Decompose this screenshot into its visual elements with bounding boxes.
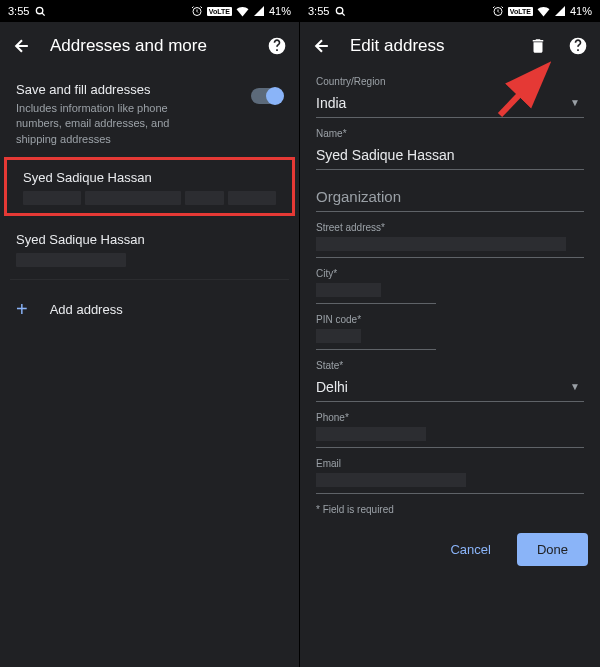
redacted-value bbox=[316, 473, 466, 487]
signal-icon bbox=[554, 5, 566, 17]
country-value: India bbox=[316, 91, 584, 118]
address-detail-redacted bbox=[23, 191, 276, 205]
name-value: Syed Sadique Hassan bbox=[316, 143, 584, 170]
toolbar: Addresses and more bbox=[0, 22, 299, 70]
search-icon bbox=[35, 6, 46, 17]
back-button[interactable] bbox=[310, 34, 334, 58]
done-button[interactable]: Done bbox=[517, 533, 588, 566]
page-title: Addresses and more bbox=[50, 36, 249, 56]
svg-point-0 bbox=[37, 7, 43, 13]
field-label: City* bbox=[316, 268, 584, 279]
highlighted-address: Syed Sadique Hassan bbox=[4, 157, 295, 216]
plus-icon: + bbox=[16, 298, 28, 321]
field-label: Name* bbox=[316, 128, 584, 139]
status-time: 3:55 bbox=[8, 5, 29, 17]
search-icon bbox=[335, 6, 346, 17]
field-label: Email bbox=[316, 458, 584, 469]
save-fill-toggle-row: Save and fill addresses Includes informa… bbox=[0, 70, 299, 151]
country-field[interactable]: Country/Region India ▼ bbox=[316, 76, 584, 118]
status-time: 3:55 bbox=[308, 5, 329, 17]
cancel-button[interactable]: Cancel bbox=[434, 533, 506, 566]
svg-point-3 bbox=[337, 7, 343, 13]
field-label: Country/Region bbox=[316, 76, 584, 87]
edit-address-screen: 3:55 VoLTE 41% Edit address Country/Regi… bbox=[300, 0, 600, 667]
battery-percent: 41% bbox=[269, 5, 291, 17]
city-field[interactable]: City* bbox=[316, 268, 584, 304]
page-title: Edit address bbox=[350, 36, 510, 56]
redacted-value bbox=[316, 237, 566, 251]
field-label: State* bbox=[316, 360, 584, 371]
phone-field[interactable]: Phone* bbox=[316, 412, 584, 448]
state-value: Delhi bbox=[316, 375, 584, 402]
save-fill-toggle[interactable] bbox=[251, 88, 283, 104]
volte-badge: VoLTE bbox=[207, 7, 232, 16]
address-item[interactable]: Syed Sadique Hassan bbox=[7, 160, 292, 213]
redacted-value bbox=[316, 329, 361, 343]
field-label: Street address* bbox=[316, 222, 584, 233]
help-button[interactable] bbox=[265, 34, 289, 58]
toggle-title: Save and fill addresses bbox=[16, 82, 251, 97]
back-button[interactable] bbox=[10, 34, 34, 58]
redacted-value bbox=[316, 283, 381, 297]
status-bar: 3:55 VoLTE 41% bbox=[300, 0, 600, 22]
help-button[interactable] bbox=[566, 34, 590, 58]
organization-field[interactable]: Organization bbox=[316, 184, 584, 212]
volte-badge: VoLTE bbox=[508, 7, 533, 16]
organization-placeholder: Organization bbox=[316, 184, 584, 212]
delete-button[interactable] bbox=[526, 34, 550, 58]
alarm-icon bbox=[191, 5, 203, 17]
field-label: PIN code* bbox=[316, 314, 584, 325]
status-bar: 3:55 VoLTE 41% bbox=[0, 0, 299, 22]
wifi-icon bbox=[537, 5, 550, 18]
address-name: Syed Sadique Hassan bbox=[16, 232, 283, 247]
add-address-label: Add address bbox=[50, 302, 123, 317]
chevron-down-icon: ▼ bbox=[570, 97, 580, 108]
chevron-down-icon: ▼ bbox=[570, 381, 580, 392]
button-row: Cancel Done bbox=[300, 515, 600, 584]
signal-icon bbox=[253, 5, 265, 17]
address-detail-redacted bbox=[16, 253, 283, 267]
redacted-value bbox=[316, 427, 426, 441]
alarm-icon bbox=[492, 5, 504, 17]
street-field[interactable]: Street address* bbox=[316, 222, 584, 258]
required-note: * Field is required bbox=[316, 504, 584, 515]
state-field[interactable]: State* Delhi ▼ bbox=[316, 360, 584, 402]
address-name: Syed Sadique Hassan bbox=[23, 170, 276, 185]
address-item[interactable]: Syed Sadique Hassan bbox=[0, 216, 299, 275]
field-label: Phone* bbox=[316, 412, 584, 423]
email-field[interactable]: Email bbox=[316, 458, 584, 494]
add-address-button[interactable]: + Add address bbox=[0, 280, 299, 339]
addresses-screen: 3:55 VoLTE 41% Addresses and more Save a… bbox=[0, 0, 300, 667]
wifi-icon bbox=[236, 5, 249, 18]
name-field[interactable]: Name* Syed Sadique Hassan bbox=[316, 128, 584, 170]
battery-percent: 41% bbox=[570, 5, 592, 17]
form: Country/Region India ▼ Name* Syed Sadiqu… bbox=[300, 70, 600, 515]
toolbar: Edit address bbox=[300, 22, 600, 70]
toggle-description: Includes information like phone numbers,… bbox=[16, 101, 251, 147]
pin-field[interactable]: PIN code* bbox=[316, 314, 584, 350]
